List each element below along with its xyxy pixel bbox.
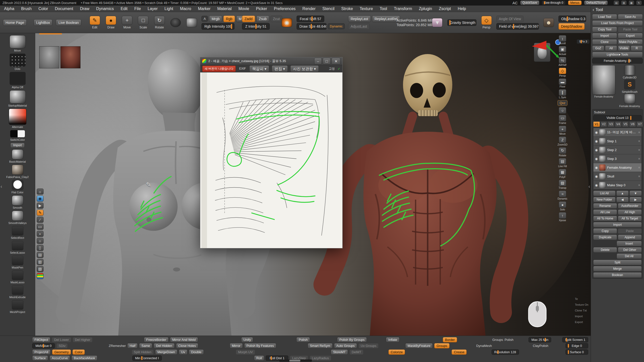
eye-icon[interactable]: ◉ bbox=[595, 148, 598, 152]
subtool-thumb[interactable] bbox=[599, 147, 606, 153]
step-3-row[interactable]: ◉Step 3≡ bbox=[593, 154, 641, 163]
texture-export-button[interactable]: Export bbox=[574, 320, 584, 324]
stroke-menu[interactable]: Stroke bbox=[341, 7, 353, 11]
popup-minimize-button[interactable]: – bbox=[314, 58, 322, 65]
inflate-button[interactable]: Inflate bbox=[386, 337, 399, 342]
del-lower-button[interactable]: Del Lower bbox=[52, 337, 71, 342]
scrollbar-thumb[interactable] bbox=[289, 360, 300, 361]
tool-thumb-female-anatomy[interactable]: Female Anatomy bbox=[617, 94, 643, 108]
load-tool-button[interactable]: Load Tool bbox=[592, 14, 617, 20]
copy-tool-button[interactable]: Copy Tool bbox=[592, 27, 617, 32]
note-icon[interactable]: ▧ bbox=[36, 266, 44, 272]
edit-menu[interactable]: 편집 ▾ bbox=[272, 65, 288, 72]
scroll-tool[interactable]: ↕Scroll bbox=[558, 35, 567, 45]
uv-button[interactable]: Uv bbox=[179, 349, 187, 355]
texture-partial-label[interactable]: Te bbox=[574, 297, 579, 301]
color-picker-preview[interactable] bbox=[9, 109, 26, 125]
zscript-menu[interactable]: Zscript bbox=[439, 7, 451, 11]
layout-icon-3[interactable]: ▦ bbox=[629, 1, 634, 5]
local-symmetry-toggle[interactable]: ∥L.Sym bbox=[558, 89, 567, 99]
auto-groups-button[interactable]: Auto Groups bbox=[334, 343, 357, 348]
render-menu[interactable]: Render bbox=[302, 7, 315, 11]
rgb-intensity-slider[interactable]: Rgb Intensity 100 bbox=[202, 23, 234, 30]
duplicate-button[interactable]: Duplicate bbox=[593, 235, 617, 240]
brush-thumb-move-preview[interactable] bbox=[10, 35, 26, 48]
brush-thumb-meshextrude[interactable]: MeshExtrude bbox=[1, 285, 34, 299]
replaylast-button[interactable]: ReplayLast bbox=[348, 16, 371, 22]
brush-thumb-selectlasso-preview[interactable] bbox=[12, 241, 23, 250]
collapse-chevron-icon[interactable]: ‹ bbox=[593, 8, 594, 12]
alpha-menu[interactable]: Alpha bbox=[4, 7, 14, 11]
replaylastrel-button[interactable]: ReplayLastRel bbox=[372, 16, 400, 22]
tool-thumb-female-anatomy-preview[interactable] bbox=[624, 94, 635, 104]
photo-library-menu[interactable]: 사진 보관함 ▾ bbox=[290, 65, 319, 72]
polyframe-toggle[interactable]: ▦PolyF bbox=[558, 169, 567, 178]
polish-by-features-button[interactable]: Polish By Features bbox=[244, 343, 276, 348]
dynamics-menu[interactable]: Dynamics bbox=[96, 7, 114, 11]
geometry-button[interactable]: Geometry bbox=[52, 349, 71, 355]
deepshadow-button[interactable]: DeepShadow bbox=[558, 23, 585, 30]
stroke-thumb-dots[interactable]: Dots bbox=[1, 54, 34, 70]
color-menu[interactable]: Color bbox=[38, 7, 48, 11]
subtool-down-button[interactable]: ▼ bbox=[629, 191, 642, 196]
scale-tool[interactable]: □Scale bbox=[137, 16, 149, 29]
brush-thumb-selectlasso[interactable]: SelectLasso bbox=[1, 241, 34, 254]
paste-button[interactable]: Paste bbox=[618, 228, 642, 234]
paste-tool-button[interactable]: Paste Tool bbox=[618, 27, 643, 32]
half-button[interactable]: Half bbox=[127, 343, 138, 348]
unify-button[interactable]: Unify bbox=[241, 337, 253, 342]
lightbox-button[interactable]: LightBox bbox=[34, 19, 52, 26]
step-2-row[interactable]: ◉Step 2≡ bbox=[593, 146, 641, 154]
v4-tab[interactable]: V4 bbox=[615, 121, 622, 127]
surface-slider[interactable]: Surface 0 bbox=[566, 349, 588, 355]
print-icon[interactable]: ▤ bbox=[36, 252, 44, 258]
reference-thumb-ecorche[interactable] bbox=[60, 46, 80, 68]
autoreorder-button[interactable]: AutoReorder bbox=[618, 203, 642, 209]
brush-thumb-selectrect-preview[interactable] bbox=[12, 226, 23, 236]
persp-icon[interactable]: ◇Persp bbox=[480, 16, 493, 29]
trash-icon[interactable]: ▯ bbox=[36, 245, 44, 251]
accucurve-button[interactable]: AccuCurve bbox=[50, 355, 70, 361]
brush-menu[interactable]: Brush bbox=[21, 7, 32, 11]
objshadow-slider[interactable]: ObjShadow 0.3 bbox=[558, 16, 586, 22]
preferences-menu[interactable]: Preferences bbox=[274, 7, 296, 11]
defaultzscript-button[interactable]: DefaultZScript bbox=[584, 1, 608, 5]
see-through-slider[interactable]: See-through 0 bbox=[542, 1, 566, 5]
load-tools-from-project-button[interactable]: Load Tools From Project bbox=[592, 20, 643, 26]
nav-rotate-tool[interactable]: ↻Rotate bbox=[558, 147, 567, 157]
pin-button[interactable]: 고정 bbox=[327, 66, 336, 72]
alpha-chip[interactable]: A bbox=[202, 16, 208, 22]
angle-of-view-button[interactable]: Angle Of View bbox=[496, 16, 524, 22]
freezeborder-button[interactable]: FreezeBorder bbox=[144, 337, 168, 342]
nav-move-tool[interactable]: +Move bbox=[558, 126, 567, 135]
pick-cursor-icon[interactable]: ▶ bbox=[36, 203, 44, 209]
tool-thumb-simplebrush-preview[interactable] bbox=[624, 79, 635, 89]
import-button[interactable]: Import bbox=[593, 222, 642, 228]
max-min-slider[interactable]: Max 25 Min bbox=[529, 337, 551, 342]
maskbyfeature-button[interactable]: MaskByFeature bbox=[405, 343, 433, 348]
save-as-button[interactable]: Save As bbox=[618, 14, 643, 20]
color-button[interactable]: Color bbox=[72, 349, 85, 355]
right-palette-collapse-chevron[interactable]: ‹ bbox=[588, 184, 590, 189]
uv-groups-button[interactable]: Uv Groups bbox=[358, 343, 379, 348]
tool-thumb-cylinder3d-preview[interactable] bbox=[624, 65, 635, 75]
all-to-target-button[interactable]: All To Target bbox=[618, 216, 642, 221]
subtool-options-icon[interactable]: ≡ bbox=[638, 148, 640, 151]
eye-icon[interactable]: ◉ bbox=[595, 174, 598, 178]
v3-tab[interactable]: V3 bbox=[608, 121, 614, 127]
persp-toggle[interactable]: ◇Persp bbox=[558, 68, 567, 77]
folder-prev-button[interactable]: ◀ bbox=[616, 197, 629, 202]
layer-menu[interactable]: Layer bbox=[148, 7, 158, 11]
dot-icon[interactable]: • bbox=[36, 231, 44, 237]
subtool-thumb[interactable] bbox=[599, 173, 606, 179]
same-button[interactable]: Same bbox=[139, 343, 152, 348]
brush-preview-icon[interactable] bbox=[169, 18, 182, 27]
home-page-button[interactable]: Home Page bbox=[3, 19, 27, 26]
subtool-options-icon[interactable]: ≡ bbox=[638, 166, 640, 169]
polish-by-groups-button[interactable]: Polish By Groups bbox=[337, 337, 367, 342]
female-anatomy-row[interactable]: ◉Female Anatomy≡ bbox=[593, 163, 641, 172]
palette-icon[interactable] bbox=[36, 273, 44, 279]
min-connected-slider[interactable]: Min Connected I bbox=[132, 355, 162, 361]
v7-tab[interactable]: V7 bbox=[636, 121, 643, 127]
help-menu[interactable]: Help bbox=[458, 7, 466, 11]
